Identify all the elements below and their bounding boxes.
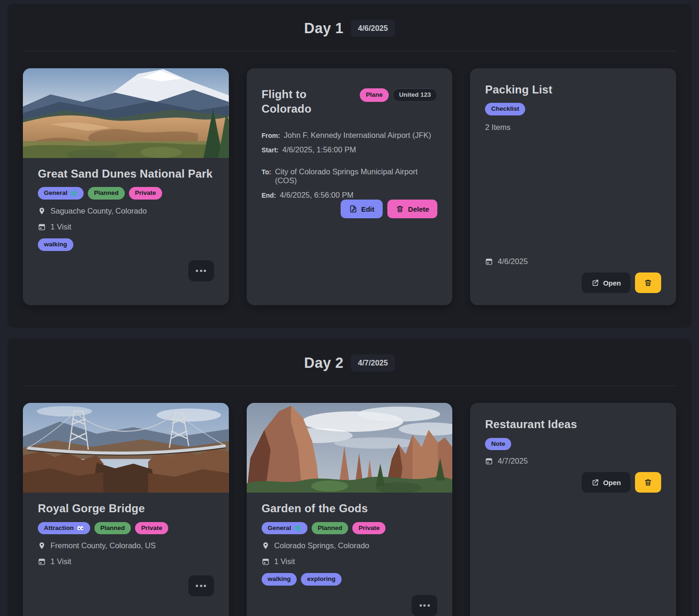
adventure-photo-dunes — [23, 68, 229, 158]
from-row: From: John F. Kennedy International Airp… — [262, 131, 438, 140]
day-2-cards: Royal Gorge Bridge Attraction Planned Pr… — [23, 403, 676, 616]
adventure-photo-rocks — [247, 403, 453, 493]
items-count-text: 2 Items — [485, 123, 510, 132]
category-badge-label: General — [268, 524, 291, 533]
note-badge-row: Note — [485, 438, 661, 451]
note-date-row: 4/7/2025 — [485, 457, 661, 466]
delete-note-button[interactable] — [635, 472, 661, 493]
calendar-icon — [485, 457, 493, 465]
trash-icon — [396, 205, 404, 213]
badge-row: General Planned Private — [262, 522, 438, 535]
checklist-card-packing-list: Packing List Checklist 2 Items 4/6/2025 — [470, 68, 676, 305]
tag: walking — [38, 238, 73, 251]
planned-badge: Planned — [94, 522, 131, 535]
private-badge: Private — [352, 522, 385, 535]
trash-icon — [644, 478, 652, 487]
day-1-cards: Great Sand Dunes National Park General P… — [23, 68, 676, 305]
note-card-restaurant-ideas: Restaurant Ideas Note 4/7/2025 Open — [470, 403, 676, 616]
adventure-title: Great Sand Dunes National Park — [38, 166, 214, 181]
checklist-card-body: Packing List Checklist 2 Items 4/6/2025 — [470, 68, 676, 305]
adventure-title: Garden of the Gods — [262, 501, 438, 516]
flight-number-badge: United 123 — [392, 88, 437, 102]
adventure-card-garden-of-the-gods[interactable]: Garden of the Gods General Planned Priva… — [247, 403, 453, 616]
adventure-card-body: Royal Gorge Bridge Attraction Planned Pr… — [23, 493, 229, 616]
delete-button-label: Delete — [408, 206, 429, 213]
eyes-icon — [77, 524, 84, 532]
flight-header: Flight to Colorado Plane United 123 — [262, 87, 438, 116]
flight-actions: Edit Delete — [262, 200, 438, 293]
location-text: Colorado Springs, Colorado — [274, 541, 370, 550]
adventure-photo-bridge — [23, 403, 229, 493]
rocks-photo-illustration — [247, 403, 453, 493]
to-row: To: City of Colorado Springs Municipal A… — [262, 167, 438, 185]
location-text: Saguache County, Colorado — [50, 207, 147, 215]
day-1-divider — [23, 51, 676, 51]
more-options-button[interactable] — [188, 260, 214, 281]
end-row: End: 4/6/2025, 6:56:00 PM — [262, 191, 438, 200]
adventure-card-body: Great Sand Dunes National Park General P… — [23, 158, 229, 305]
day-1-title: Day 1 — [304, 20, 343, 37]
private-badge: Private — [129, 187, 162, 200]
open-button-label: Open — [603, 479, 621, 486]
checklist-date-row: 4/6/2025 — [485, 257, 661, 266]
calendar-icon — [38, 558, 46, 566]
checklist-date-text: 4/6/2025 — [498, 257, 528, 266]
calendar-icon — [38, 223, 46, 231]
day-1-header: Day 1 4/6/2025 — [7, 4, 692, 37]
adventure-card-body: Garden of the Gods General Planned Priva… — [247, 493, 453, 616]
adventure-card-great-sand-dunes[interactable]: Great Sand Dunes National Park General P… — [23, 68, 229, 305]
tag-row: walking exploring — [262, 573, 438, 586]
category-badge: General — [262, 522, 307, 535]
badge-row: General Planned Private — [38, 187, 214, 200]
day-2-title: Day 2 — [304, 355, 343, 372]
transport-type-badge: Plane — [360, 88, 389, 102]
day-2-divider — [23, 386, 676, 386]
location-pin-icon — [262, 542, 270, 550]
edit-button[interactable]: Edit — [341, 200, 383, 218]
private-badge: Private — [135, 522, 168, 535]
delete-button[interactable]: Delete — [387, 200, 437, 218]
visits-text: 1 Visit — [274, 557, 295, 566]
location-pin-icon — [38, 207, 46, 215]
ellipsis-icon — [196, 270, 198, 272]
items-count-row: 2 Items — [485, 123, 661, 132]
day-1-date-badge: 4/6/2025 — [351, 20, 395, 37]
more-options-button[interactable] — [412, 595, 437, 616]
location-row: Colorado Springs, Colorado — [262, 541, 438, 550]
flight-card-body: Flight to Colorado Plane United 123 From… — [247, 68, 453, 305]
edit-icon — [349, 205, 357, 213]
start-value: 4/6/2025, 1:56:00 PM — [282, 145, 356, 154]
checklist-actions: Open — [485, 272, 661, 293]
to-label: To: — [262, 168, 271, 176]
adventure-title: Royal Gorge Bridge — [38, 501, 214, 516]
day-2-date-badge: 4/7/2025 — [351, 354, 395, 372]
ellipsis-icon — [420, 604, 422, 607]
planned-badge: Planned — [88, 187, 125, 200]
location-row: Saguache County, Colorado — [38, 207, 214, 215]
open-button[interactable]: Open — [582, 472, 630, 493]
external-link-icon — [591, 279, 599, 287]
category-badge: Attraction — [38, 522, 90, 535]
category-badge: General — [38, 187, 84, 200]
day-2-header: Day 2 4/7/2025 — [7, 338, 692, 372]
globe-icon — [70, 190, 78, 197]
more-options-button[interactable] — [188, 575, 214, 596]
delete-checklist-button[interactable] — [635, 272, 661, 293]
checklist-badge: Checklist — [485, 103, 525, 115]
tag: exploring — [301, 573, 342, 586]
category-badge-label: Attraction — [44, 524, 74, 533]
from-value: John F. Kennedy International Airport (J… — [284, 131, 431, 140]
flight-pills: Plane United 123 — [360, 87, 437, 102]
to-value: City of Colorado Springs Municipal Airpo… — [275, 167, 437, 185]
flight-title: Flight to Colorado — [262, 87, 355, 116]
external-link-icon — [591, 478, 599, 487]
open-button[interactable]: Open — [582, 272, 630, 293]
visits-text: 1 Visit — [50, 222, 71, 231]
checklist-title: Packing List — [485, 82, 661, 97]
note-date-text: 4/7/2025 — [498, 457, 528, 466]
location-text: Fremont County, Colorado, US — [50, 541, 156, 550]
end-label: End: — [262, 192, 276, 199]
location-row: Fremont County, Colorado, US — [38, 541, 214, 550]
adventure-card-royal-gorge[interactable]: Royal Gorge Bridge Attraction Planned Pr… — [23, 403, 229, 616]
calendar-icon — [262, 558, 270, 566]
